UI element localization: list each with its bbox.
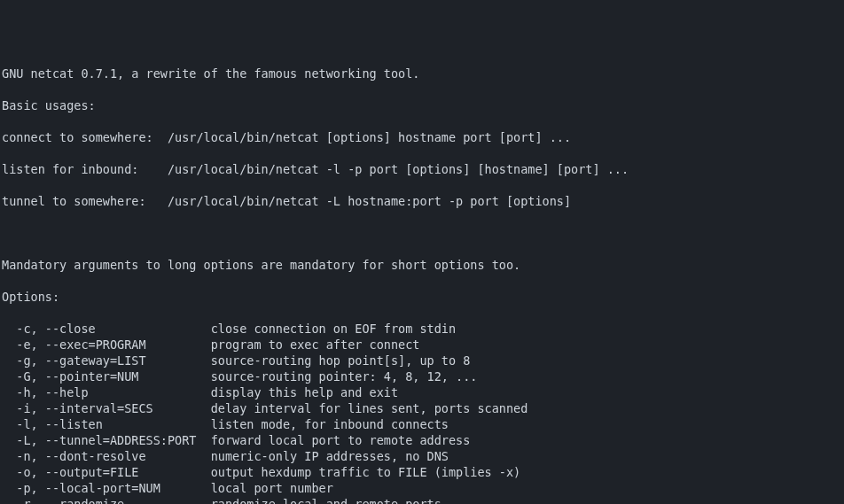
- usages-title: Basic usages:: [2, 97, 842, 113]
- mandatory-note: Mandatory arguments to long options are …: [2, 257, 842, 273]
- option-line: -g, --gateway=LIST source-routing hop po…: [2, 353, 842, 368]
- options-title: Options:: [2, 289, 842, 305]
- option-line: -h, --help display this help and exit: [2, 384, 842, 400]
- usage-tunnel: tunnel to somewhere: /usr/local/bin/netc…: [2, 193, 842, 209]
- header-line: GNU netcat 0.7.1, a rewrite of the famou…: [2, 66, 842, 81]
- option-line: -G, --pointer=NUM source-routing pointer…: [2, 368, 842, 384]
- option-line: -c, --close close connection on EOF from…: [2, 321, 842, 337]
- options-block: -c, --close close connection on EOF from…: [2, 321, 842, 504]
- option-line: -r, --randomize randomize local and remo…: [2, 496, 842, 504]
- option-line: -n, --dont-resolve numeric-only IP addre…: [2, 448, 842, 464]
- blank-line: [2, 225, 842, 241]
- option-line: -L, --tunnel=ADDRESS:PORT forward local …: [2, 432, 842, 448]
- option-line: -p, --local-port=NUM local port number: [2, 480, 842, 496]
- option-line: -o, --output=FILE output hexdump traffic…: [2, 464, 842, 480]
- usage-listen: listen for inbound: /usr/local/bin/netca…: [2, 161, 842, 177]
- option-line: -l, --listen listen mode, for inbound co…: [2, 416, 842, 432]
- option-line: -e, --exec=PROGRAM program to exec after…: [2, 337, 842, 353]
- usage-connect: connect to somewhere: /usr/local/bin/net…: [2, 129, 842, 145]
- option-line: -i, --interval=SECS delay interval for l…: [2, 400, 842, 416]
